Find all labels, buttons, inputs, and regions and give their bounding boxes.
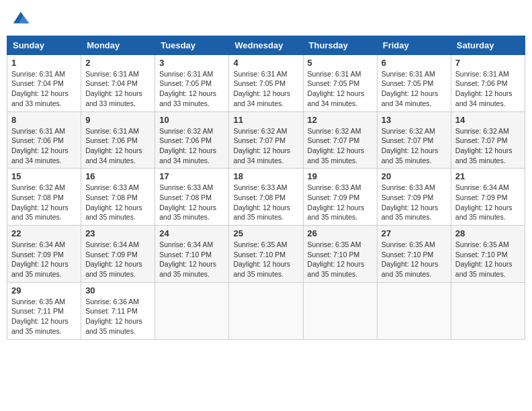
- day-number: 2: [85, 58, 150, 68]
- calendar-cell: 6 Sunrise: 6:31 AMSunset: 7:05 PMDayligh…: [377, 54, 451, 111]
- calendar-week-row: 29 Sunrise: 6:35 AMSunset: 7:11 PMDaylig…: [7, 282, 525, 339]
- day-number: 5: [308, 58, 373, 68]
- day-number: 13: [382, 115, 447, 125]
- day-number: 29: [11, 285, 77, 295]
- day-info: Sunrise: 6:31 AMSunset: 7:06 PMDaylight:…: [11, 127, 69, 165]
- day-info: Sunrise: 6:31 AMSunset: 7:04 PMDaylight:…: [85, 70, 142, 107]
- calendar-cell: 1 Sunrise: 6:31 AMSunset: 7:04 PMDayligh…: [7, 54, 81, 111]
- calendar-cell: 29 Sunrise: 6:35 AMSunset: 7:11 PMDaylig…: [7, 282, 81, 339]
- calendar-cell: 16 Sunrise: 6:33 AMSunset: 7:08 PMDaylig…: [81, 169, 155, 226]
- day-number: 9: [85, 115, 150, 125]
- calendar-cell: 4 Sunrise: 6:31 AMSunset: 7:05 PMDayligh…: [229, 54, 303, 111]
- calendar-cell: 26 Sunrise: 6:35 AMSunset: 7:10 PMDaylig…: [303, 226, 377, 283]
- calendar-week-row: 15 Sunrise: 6:32 AMSunset: 7:08 PMDaylig…: [7, 169, 525, 226]
- calendar-cell: 13 Sunrise: 6:32 AMSunset: 7:07 PMDaylig…: [377, 111, 451, 169]
- day-info: Sunrise: 6:35 AMSunset: 7:11 PMDaylight:…: [11, 298, 69, 335]
- day-info: Sunrise: 6:31 AMSunset: 7:04 PMDaylight:…: [11, 70, 69, 107]
- day-number: 27: [382, 228, 447, 238]
- calendar-cell: 15 Sunrise: 6:32 AMSunset: 7:08 PMDaylig…: [7, 169, 81, 226]
- day-number: 15: [11, 171, 77, 181]
- day-number: 3: [159, 58, 224, 68]
- day-info: Sunrise: 6:31 AMSunset: 7:05 PMDaylight:…: [382, 70, 439, 107]
- calendar-header-tuesday: Tuesday: [155, 36, 229, 54]
- day-number: 18: [233, 171, 298, 181]
- calendar-cell: 23 Sunrise: 6:34 AMSunset: 7:09 PMDaylig…: [81, 226, 155, 283]
- calendar-cell: [303, 282, 377, 339]
- calendar-cell: [229, 282, 303, 339]
- day-number: 21: [455, 171, 521, 181]
- day-number: 24: [159, 228, 224, 238]
- day-number: 6: [382, 58, 447, 68]
- day-info: Sunrise: 6:32 AMSunset: 7:06 PMDaylight:…: [159, 127, 216, 165]
- calendar-cell: 27 Sunrise: 6:35 AMSunset: 7:10 PMDaylig…: [377, 226, 451, 283]
- day-info: Sunrise: 6:33 AMSunset: 7:08 PMDaylight:…: [85, 183, 142, 221]
- day-info: Sunrise: 6:31 AMSunset: 7:05 PMDaylight:…: [233, 70, 290, 107]
- calendar-table: SundayMondayTuesdayWednesdayThursdayFrid…: [7, 36, 525, 340]
- day-number: 14: [455, 115, 521, 125]
- calendar-cell: 25 Sunrise: 6:35 AMSunset: 7:10 PMDaylig…: [229, 226, 303, 283]
- day-info: Sunrise: 6:31 AMSunset: 7:06 PMDaylight:…: [455, 70, 513, 107]
- calendar-cell: 21 Sunrise: 6:34 AMSunset: 7:09 PMDaylig…: [451, 169, 525, 226]
- calendar-cell: [451, 282, 525, 339]
- calendar-cell: 8 Sunrise: 6:31 AMSunset: 7:06 PMDayligh…: [7, 111, 81, 169]
- calendar-cell: 19 Sunrise: 6:33 AMSunset: 7:09 PMDaylig…: [303, 169, 377, 226]
- day-number: 12: [308, 115, 373, 125]
- page-header: [7, 7, 525, 30]
- calendar-cell: 7 Sunrise: 6:31 AMSunset: 7:06 PMDayligh…: [451, 54, 525, 111]
- day-info: Sunrise: 6:35 AMSunset: 7:10 PMDaylight:…: [382, 240, 439, 278]
- day-number: 26: [308, 228, 373, 238]
- day-number: 30: [85, 285, 150, 295]
- calendar-cell: 5 Sunrise: 6:31 AMSunset: 7:05 PMDayligh…: [303, 54, 377, 111]
- day-info: Sunrise: 6:33 AMSunset: 7:09 PMDaylight:…: [382, 183, 439, 221]
- calendar-cell: 22 Sunrise: 6:34 AMSunset: 7:09 PMDaylig…: [7, 226, 81, 283]
- day-info: Sunrise: 6:32 AMSunset: 7:07 PMDaylight:…: [233, 127, 290, 165]
- day-number: 28: [455, 228, 521, 238]
- calendar-header-sunday: Sunday: [7, 36, 81, 54]
- day-number: 8: [11, 115, 77, 125]
- day-number: 22: [11, 228, 77, 238]
- day-info: Sunrise: 6:32 AMSunset: 7:07 PMDaylight:…: [382, 127, 439, 165]
- calendar-cell: [377, 282, 451, 339]
- day-info: Sunrise: 6:34 AMSunset: 7:09 PMDaylight:…: [85, 240, 142, 278]
- calendar-cell: [155, 282, 229, 339]
- day-number: 4: [233, 58, 298, 68]
- day-number: 19: [308, 171, 373, 181]
- calendar-cell: 28 Sunrise: 6:35 AMSunset: 7:10 PMDaylig…: [451, 226, 525, 283]
- calendar-cell: 10 Sunrise: 6:32 AMSunset: 7:06 PMDaylig…: [155, 111, 229, 169]
- day-number: 11: [233, 115, 298, 125]
- calendar-week-row: 22 Sunrise: 6:34 AMSunset: 7:09 PMDaylig…: [7, 226, 525, 283]
- calendar-cell: 3 Sunrise: 6:31 AMSunset: 7:05 PMDayligh…: [155, 54, 229, 111]
- logo-icon: [11, 7, 31, 27]
- day-info: Sunrise: 6:34 AMSunset: 7:09 PMDaylight:…: [11, 240, 69, 278]
- calendar-header-monday: Monday: [81, 36, 155, 54]
- day-info: Sunrise: 6:35 AMSunset: 7:10 PMDaylight:…: [308, 240, 365, 278]
- calendar-cell: 12 Sunrise: 6:32 AMSunset: 7:07 PMDaylig…: [303, 111, 377, 169]
- day-number: 7: [455, 58, 521, 68]
- day-number: 17: [159, 171, 224, 181]
- day-number: 1: [11, 58, 77, 68]
- calendar-week-row: 8 Sunrise: 6:31 AMSunset: 7:06 PMDayligh…: [7, 111, 525, 169]
- calendar-cell: 30 Sunrise: 6:36 AMSunset: 7:11 PMDaylig…: [81, 282, 155, 339]
- calendar-cell: 14 Sunrise: 6:32 AMSunset: 7:07 PMDaylig…: [451, 111, 525, 169]
- day-info: Sunrise: 6:35 AMSunset: 7:10 PMDaylight:…: [455, 240, 513, 278]
- day-info: Sunrise: 6:36 AMSunset: 7:11 PMDaylight:…: [85, 298, 142, 335]
- day-info: Sunrise: 6:31 AMSunset: 7:06 PMDaylight:…: [85, 127, 142, 165]
- calendar-header-row: SundayMondayTuesdayWednesdayThursdayFrid…: [7, 36, 525, 54]
- day-info: Sunrise: 6:34 AMSunset: 7:10 PMDaylight:…: [159, 240, 216, 278]
- calendar-cell: 11 Sunrise: 6:32 AMSunset: 7:07 PMDaylig…: [229, 111, 303, 169]
- day-info: Sunrise: 6:33 AMSunset: 7:08 PMDaylight:…: [233, 183, 290, 221]
- day-info: Sunrise: 6:33 AMSunset: 7:08 PMDaylight:…: [159, 183, 216, 221]
- calendar-header-wednesday: Wednesday: [229, 36, 303, 54]
- logo: [9, 7, 31, 30]
- day-info: Sunrise: 6:31 AMSunset: 7:05 PMDaylight:…: [308, 70, 365, 107]
- day-number: 25: [233, 228, 298, 238]
- calendar-header-saturday: Saturday: [451, 36, 525, 54]
- calendar-cell: 20 Sunrise: 6:33 AMSunset: 7:09 PMDaylig…: [377, 169, 451, 226]
- calendar-header-thursday: Thursday: [303, 36, 377, 54]
- day-number: 16: [85, 171, 150, 181]
- calendar-cell: 17 Sunrise: 6:33 AMSunset: 7:08 PMDaylig…: [155, 169, 229, 226]
- calendar-week-row: 1 Sunrise: 6:31 AMSunset: 7:04 PMDayligh…: [7, 54, 525, 111]
- day-info: Sunrise: 6:32 AMSunset: 7:07 PMDaylight:…: [308, 127, 365, 165]
- day-info: Sunrise: 6:32 AMSunset: 7:08 PMDaylight:…: [11, 183, 69, 221]
- calendar-cell: 18 Sunrise: 6:33 AMSunset: 7:08 PMDaylig…: [229, 169, 303, 226]
